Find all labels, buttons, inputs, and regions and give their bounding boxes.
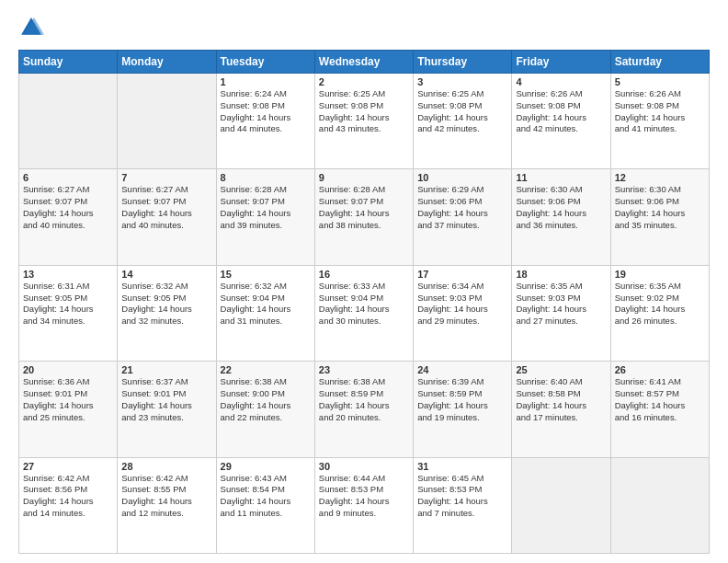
day-number: 20 — [23, 364, 113, 375]
day-info: Sunrise: 6:32 AMSunset: 9:05 PMDaylight:… — [121, 281, 211, 327]
day-number: 29 — [221, 461, 311, 472]
weekday-header-thursday: Thursday — [414, 51, 512, 74]
calendar-cell: 17Sunrise: 6:34 AMSunset: 9:03 PMDayligh… — [414, 265, 512, 361]
calendar-cell: 5Sunrise: 6:26 AMSunset: 9:08 PMDaylight… — [610, 74, 709, 169]
day-info: Sunrise: 6:27 AMSunset: 9:07 PMDaylight:… — [121, 184, 211, 231]
calendar-cell: 4Sunrise: 6:26 AMSunset: 9:08 PMDaylight… — [512, 74, 610, 169]
day-info: Sunrise: 6:35 AMSunset: 9:03 PMDaylight:… — [516, 281, 606, 327]
day-number: 25 — [516, 364, 606, 375]
day-info: Sunrise: 6:38 AMSunset: 8:59 PMDaylight:… — [319, 376, 409, 423]
calendar-cell: 9Sunrise: 6:28 AMSunset: 9:07 PMDaylight… — [314, 169, 413, 265]
calendar-cell — [118, 74, 216, 169]
week-row-2: 6Sunrise: 6:27 AMSunset: 9:07 PMDaylight… — [19, 169, 710, 265]
day-number: 27 — [23, 461, 113, 472]
day-info: Sunrise: 6:35 AMSunset: 9:02 PMDaylight:… — [615, 281, 705, 327]
day-number: 17 — [417, 269, 507, 280]
day-number: 5 — [615, 76, 705, 87]
day-info: Sunrise: 6:29 AMSunset: 9:06 PMDaylight:… — [417, 184, 507, 231]
week-row-3: 13Sunrise: 6:31 AMSunset: 9:05 PMDayligh… — [19, 265, 710, 361]
calendar-cell: 6Sunrise: 6:27 AMSunset: 9:07 PMDaylight… — [19, 169, 118, 265]
day-info: Sunrise: 6:33 AMSunset: 9:04 PMDaylight:… — [319, 281, 409, 327]
day-info: Sunrise: 6:43 AMSunset: 8:54 PMDaylight:… — [221, 473, 311, 520]
day-number: 7 — [121, 172, 211, 183]
calendar-cell: 15Sunrise: 6:32 AMSunset: 9:04 PMDayligh… — [216, 265, 314, 361]
day-info: Sunrise: 6:38 AMSunset: 9:00 PMDaylight:… — [221, 376, 311, 423]
day-number: 21 — [121, 364, 211, 375]
week-row-4: 20Sunrise: 6:36 AMSunset: 9:01 PMDayligh… — [19, 362, 710, 457]
week-row-5: 27Sunrise: 6:42 AMSunset: 8:56 PMDayligh… — [19, 457, 710, 553]
day-info: Sunrise: 6:45 AMSunset: 8:53 PMDaylight:… — [417, 473, 507, 520]
day-number: 4 — [516, 76, 606, 87]
page: SundayMondayTuesdayWednesdayThursdayFrid… — [0, 0, 728, 563]
day-info: Sunrise: 6:28 AMSunset: 9:07 PMDaylight:… — [319, 184, 409, 231]
day-number: 2 — [319, 76, 409, 87]
calendar-cell: 29Sunrise: 6:43 AMSunset: 8:54 PMDayligh… — [216, 457, 314, 553]
calendar-cell: 1Sunrise: 6:24 AMSunset: 9:08 PMDaylight… — [216, 74, 314, 169]
day-number: 31 — [417, 461, 507, 472]
day-info: Sunrise: 6:41 AMSunset: 8:57 PMDaylight:… — [615, 376, 705, 423]
calendar-cell: 7Sunrise: 6:27 AMSunset: 9:07 PMDaylight… — [118, 169, 216, 265]
day-number: 22 — [221, 364, 311, 375]
day-info: Sunrise: 6:25 AMSunset: 9:08 PMDaylight:… — [417, 88, 507, 135]
day-number: 1 — [221, 76, 311, 87]
day-number: 24 — [417, 364, 507, 375]
calendar-cell — [512, 457, 610, 553]
day-info: Sunrise: 6:32 AMSunset: 9:04 PMDaylight:… — [221, 281, 311, 327]
calendar-cell — [19, 74, 118, 169]
day-info: Sunrise: 6:34 AMSunset: 9:03 PMDaylight:… — [417, 281, 507, 327]
calendar-cell: 3Sunrise: 6:25 AMSunset: 9:08 PMDaylight… — [414, 74, 512, 169]
day-info: Sunrise: 6:36 AMSunset: 9:01 PMDaylight:… — [23, 376, 113, 423]
day-info: Sunrise: 6:37 AMSunset: 9:01 PMDaylight:… — [121, 376, 211, 423]
calendar-cell: 27Sunrise: 6:42 AMSunset: 8:56 PMDayligh… — [19, 457, 118, 553]
calendar-cell: 21Sunrise: 6:37 AMSunset: 9:01 PMDayligh… — [118, 362, 216, 457]
weekday-header-friday: Friday — [512, 51, 610, 74]
day-number: 23 — [319, 364, 409, 375]
weekday-header-monday: Monday — [118, 51, 216, 74]
day-info: Sunrise: 6:40 AMSunset: 8:58 PMDaylight:… — [516, 376, 606, 423]
calendar-cell: 10Sunrise: 6:29 AMSunset: 9:06 PMDayligh… — [414, 169, 512, 265]
day-info: Sunrise: 6:24 AMSunset: 9:08 PMDaylight:… — [221, 88, 311, 135]
day-number: 12 — [615, 172, 705, 183]
day-info: Sunrise: 6:44 AMSunset: 8:53 PMDaylight:… — [319, 473, 409, 520]
day-info: Sunrise: 6:42 AMSunset: 8:55 PMDaylight:… — [121, 473, 211, 520]
day-info: Sunrise: 6:31 AMSunset: 9:05 PMDaylight:… — [23, 281, 113, 327]
day-number: 26 — [615, 364, 705, 375]
day-number: 15 — [221, 269, 311, 280]
day-number: 14 — [121, 269, 211, 280]
week-row-1: 1Sunrise: 6:24 AMSunset: 9:08 PMDaylight… — [19, 74, 710, 169]
calendar-cell: 24Sunrise: 6:39 AMSunset: 8:59 PMDayligh… — [414, 362, 512, 457]
calendar-cell: 16Sunrise: 6:33 AMSunset: 9:04 PMDayligh… — [314, 265, 413, 361]
calendar-cell: 14Sunrise: 6:32 AMSunset: 9:05 PMDayligh… — [118, 265, 216, 361]
header — [18, 15, 710, 40]
calendar-cell: 8Sunrise: 6:28 AMSunset: 9:07 PMDaylight… — [216, 169, 314, 265]
weekday-header-sunday: Sunday — [19, 51, 118, 74]
weekday-header-saturday: Saturday — [610, 51, 709, 74]
calendar-cell: 31Sunrise: 6:45 AMSunset: 8:53 PMDayligh… — [414, 457, 512, 553]
day-info: Sunrise: 6:25 AMSunset: 9:08 PMDaylight:… — [319, 88, 409, 135]
calendar-cell: 22Sunrise: 6:38 AMSunset: 9:00 PMDayligh… — [216, 362, 314, 457]
logo — [18, 15, 48, 40]
day-info: Sunrise: 6:26 AMSunset: 9:08 PMDaylight:… — [516, 88, 606, 135]
day-number: 3 — [417, 76, 507, 87]
weekday-header-wednesday: Wednesday — [314, 51, 413, 74]
day-number: 18 — [516, 269, 606, 280]
calendar-cell: 26Sunrise: 6:41 AMSunset: 8:57 PMDayligh… — [610, 362, 709, 457]
day-info: Sunrise: 6:27 AMSunset: 9:07 PMDaylight:… — [23, 184, 113, 231]
calendar-cell: 13Sunrise: 6:31 AMSunset: 9:05 PMDayligh… — [19, 265, 118, 361]
day-number: 13 — [23, 269, 113, 280]
day-info: Sunrise: 6:26 AMSunset: 9:08 PMDaylight:… — [615, 88, 705, 135]
day-number: 30 — [319, 461, 409, 472]
calendar-cell: 23Sunrise: 6:38 AMSunset: 8:59 PMDayligh… — [314, 362, 413, 457]
day-number: 16 — [319, 269, 409, 280]
calendar-cell: 30Sunrise: 6:44 AMSunset: 8:53 PMDayligh… — [314, 457, 413, 553]
day-info: Sunrise: 6:42 AMSunset: 8:56 PMDaylight:… — [23, 473, 113, 520]
calendar-cell: 28Sunrise: 6:42 AMSunset: 8:55 PMDayligh… — [118, 457, 216, 553]
day-number: 9 — [319, 172, 409, 183]
day-info: Sunrise: 6:30 AMSunset: 9:06 PMDaylight:… — [516, 184, 606, 231]
calendar-cell: 18Sunrise: 6:35 AMSunset: 9:03 PMDayligh… — [512, 265, 610, 361]
weekday-header-row: SundayMondayTuesdayWednesdayThursdayFrid… — [19, 51, 710, 74]
day-info: Sunrise: 6:28 AMSunset: 9:07 PMDaylight:… — [221, 184, 311, 231]
calendar-cell: 11Sunrise: 6:30 AMSunset: 9:06 PMDayligh… — [512, 169, 610, 265]
calendar-cell: 2Sunrise: 6:25 AMSunset: 9:08 PMDaylight… — [314, 74, 413, 169]
weekday-header-tuesday: Tuesday — [216, 51, 314, 74]
